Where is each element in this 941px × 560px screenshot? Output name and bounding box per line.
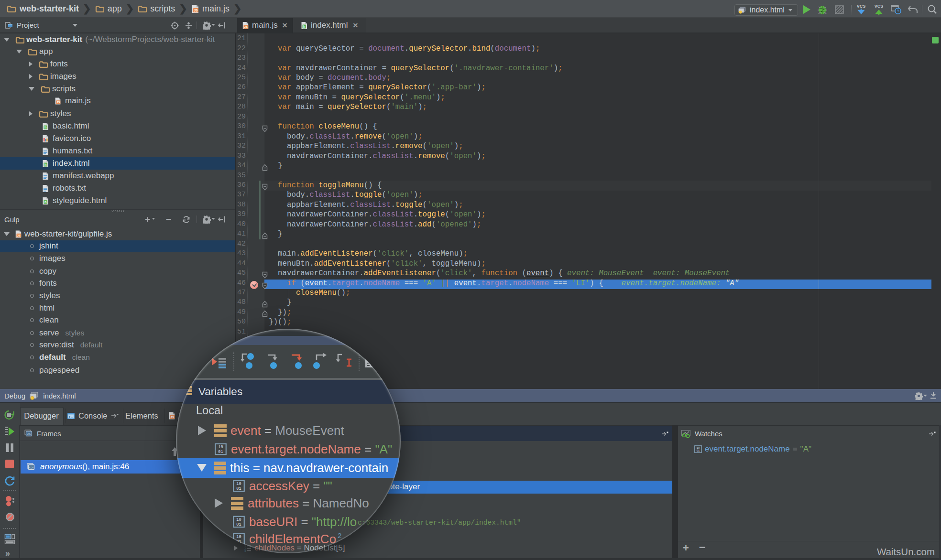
svg-text:VCS: VCS [875,4,884,9]
svg-text:h: h [44,200,46,204]
svg-text:VCS: VCS [857,4,866,9]
svg-text:h: h [44,126,46,129]
svg-text:<>: <> [27,432,31,436]
svg-text:h: h [303,25,305,28]
svg-text:JS: JS [244,25,248,28]
svg-text:JS: JS [171,415,175,419]
svg-text:JS: JS [56,101,60,104]
svg-text:<>: <> [29,465,33,469]
svg-text:01: 01 [697,449,700,452]
svg-text:h: h [44,163,46,166]
svg-text:JS: JS [17,234,21,237]
svg-text:JS: JS [194,9,198,12]
svg-text:3: 3 [244,549,246,552]
